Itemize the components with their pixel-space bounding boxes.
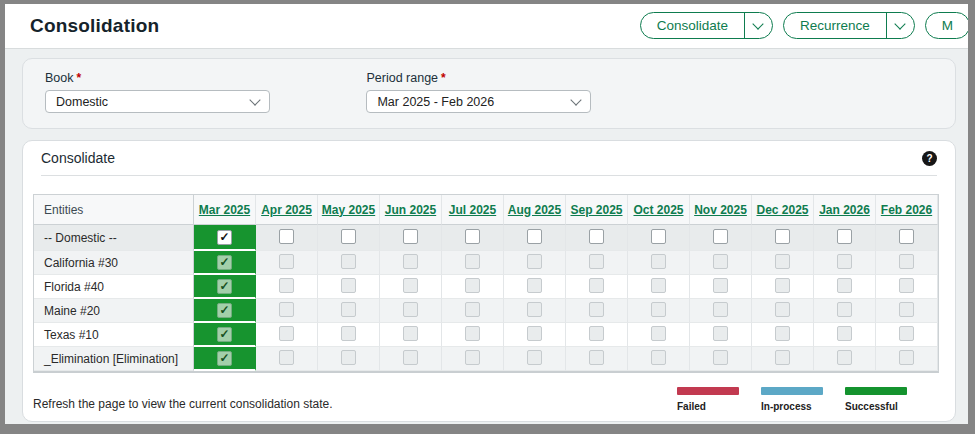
period-cell-apr-2025: [256, 323, 318, 347]
checkbox-unchecked[interactable]: [403, 229, 418, 244]
period-cell-dec-2025: [752, 347, 814, 371]
checkbox-unchecked[interactable]: [527, 229, 542, 244]
month-link[interactable]: Feb 2026: [881, 203, 932, 217]
checkbox-unchecked: [775, 278, 790, 293]
period-cell-oct-2025: [628, 225, 690, 251]
month-link[interactable]: May 2025: [322, 203, 375, 217]
month-link[interactable]: Oct 2025: [633, 203, 683, 217]
checkbox-checked: ✓: [217, 303, 232, 318]
checkbox-unchecked[interactable]: [713, 229, 728, 244]
period-cell-mar-2025: ✓: [194, 251, 256, 275]
month-link[interactable]: Jul 2025: [449, 203, 496, 217]
period-cell-nov-2025: [690, 323, 752, 347]
book-field: Book* Domestic: [45, 71, 270, 113]
section-title: Consolidate: [41, 150, 115, 166]
period-cell-jun-2025: [380, 251, 442, 275]
book-label-text: Book: [45, 71, 74, 85]
recurrence-dropdown-toggle[interactable]: [886, 13, 914, 38]
period-cell-aug-2025: [504, 299, 566, 323]
book-select-value: Domestic: [56, 95, 108, 109]
period-cell-feb-2026: [876, 251, 938, 275]
period-cell-mar-2025: ✓: [194, 347, 256, 371]
checkbox-unchecked: [403, 302, 418, 317]
more-button-clipped[interactable]: M: [925, 12, 970, 39]
checkbox-unchecked: [837, 302, 852, 317]
period-cell-nov-2025: [690, 299, 752, 323]
month-header-jun-2025: Jun 2025: [380, 195, 442, 225]
period-cell-jul-2025: [442, 251, 504, 275]
checkbox-unchecked[interactable]: [279, 229, 294, 244]
period-cell-apr-2025: [256, 225, 318, 251]
month-link[interactable]: Jun 2025: [385, 203, 436, 217]
period-cell-nov-2025: [690, 347, 752, 371]
consolidation-window: Consolidation Consolidate Recurrence M: [0, 0, 975, 434]
month-link[interactable]: Mar 2025: [199, 203, 250, 217]
month-link[interactable]: Jan 2026: [819, 203, 870, 217]
checkbox-unchecked: [837, 350, 852, 365]
entity-name: California #30: [34, 251, 194, 275]
month-link[interactable]: Aug 2025: [508, 203, 561, 217]
consolidate-split-button: Consolidate: [640, 12, 773, 39]
entity-name: Texas #10: [34, 323, 194, 347]
checkbox-unchecked: [341, 254, 356, 269]
checkbox-unchecked[interactable]: [837, 229, 852, 244]
period-cell-oct-2025: [628, 299, 690, 323]
month-link[interactable]: Nov 2025: [694, 203, 747, 217]
period-cell-apr-2025: [256, 275, 318, 299]
period-cell-feb-2026: [876, 275, 938, 299]
checkbox-unchecked[interactable]: [651, 229, 666, 244]
checkbox-unchecked: [341, 278, 356, 293]
month-link[interactable]: Dec 2025: [756, 203, 808, 217]
checkbox-unchecked[interactable]: [589, 229, 604, 244]
checkbox-unchecked: [837, 326, 852, 341]
checkbox-unchecked: [899, 350, 914, 365]
chevron-down-icon: [249, 94, 260, 105]
recurrence-button[interactable]: Recurrence: [784, 13, 886, 38]
period-cell-jul-2025: [442, 225, 504, 251]
consolidate-dropdown-toggle[interactable]: [744, 13, 772, 38]
status-legend: FailedIn-processSuccessful: [677, 387, 907, 412]
month-link[interactable]: Sep 2025: [570, 203, 622, 217]
consolidate-button[interactable]: Consolidate: [641, 13, 744, 38]
checkbox-unchecked: [899, 278, 914, 293]
checkbox-unchecked: [589, 326, 604, 341]
period-cell-feb-2026: [876, 299, 938, 323]
month-header-sep-2025: Sep 2025: [566, 195, 628, 225]
checkbox-unchecked: [775, 302, 790, 317]
checkbox-unchecked: [651, 302, 666, 317]
checkbox-unchecked: [527, 350, 542, 365]
help-icon[interactable]: ?: [922, 151, 937, 166]
chevron-down-icon: [895, 18, 906, 29]
checkbox-unchecked: [527, 278, 542, 293]
checkbox-unchecked[interactable]: [775, 229, 790, 244]
book-select[interactable]: Domestic: [45, 90, 270, 113]
required-asterisk: *: [77, 71, 82, 85]
checkbox-unchecked[interactable]: [341, 229, 356, 244]
checkbox-unchecked[interactable]: [465, 229, 480, 244]
period-cell-jan-2026: [814, 251, 876, 275]
period-cell-dec-2025: [752, 225, 814, 251]
period-cell-may-2025: [318, 275, 380, 299]
page-title: Consolidation: [30, 15, 159, 37]
period-cell-sep-2025: [566, 225, 628, 251]
period-cell-jun-2025: [380, 225, 442, 251]
period-cell-mar-2025: ✓: [194, 323, 256, 347]
checkbox-unchecked: [775, 350, 790, 365]
month-link[interactable]: Apr 2025: [261, 203, 312, 217]
entity-name: -- Domestic --: [34, 225, 194, 251]
period-cell-jan-2026: [814, 275, 876, 299]
checkbox-checked[interactable]: ✓: [217, 230, 232, 245]
period-cell-jan-2026: [814, 225, 876, 251]
required-asterisk: *: [441, 71, 446, 85]
checkbox-unchecked: [527, 302, 542, 317]
period-range-select[interactable]: Mar 2025 - Feb 2026: [366, 90, 591, 113]
period-cell-jun-2025: [380, 299, 442, 323]
period-cell-sep-2025: [566, 347, 628, 371]
checkbox-unchecked: [403, 350, 418, 365]
checkbox-unchecked: [899, 326, 914, 341]
entities-column-header: Entities: [34, 195, 194, 225]
checkbox-unchecked: [279, 350, 294, 365]
period-cell-nov-2025: [690, 251, 752, 275]
checkbox-unchecked[interactable]: [899, 229, 914, 244]
page-header: Consolidation Consolidate Recurrence M: [5, 4, 968, 49]
